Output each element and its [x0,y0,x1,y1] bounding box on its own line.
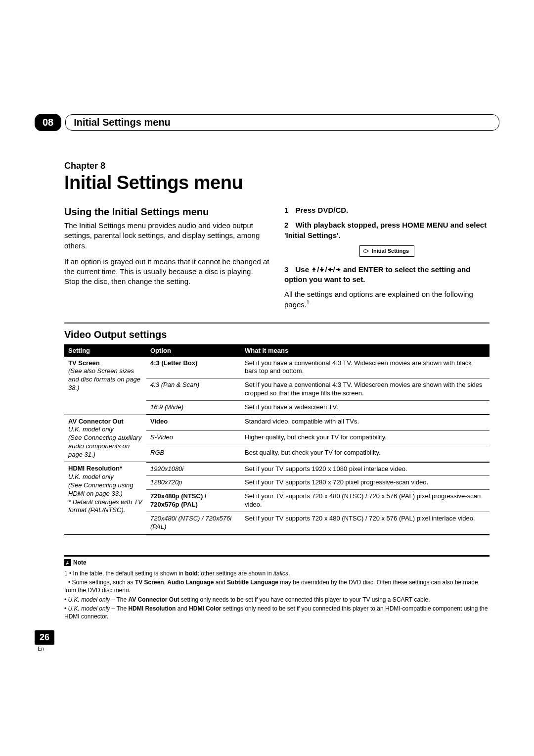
meaning-cell: Best quality, but check your TV for comp… [241,446,490,462]
arrow-up-icon [311,265,317,274]
option-cell: S-Video [146,430,241,446]
pointer-icon [363,248,370,254]
table-row: HDMI Resolution*U.K. model only(See Conn… [64,462,490,476]
note-3: • U.K. model only – The AV Connector Out… [64,596,490,604]
option-cell: Video [146,415,241,430]
chapter-header: 08 Initial Settings menu [35,114,499,131]
option-cell: 720x480p (NTSC) / 720x576p (PAL) [146,490,241,512]
page-number: 26 [35,630,54,645]
setting-cell: AV Connector OutU.K. model only(See Conn… [64,415,146,462]
option-cell: 4:3 (Pan & Scan) [146,378,241,401]
arrow-right-icon [335,265,341,274]
step-3-prefix: Use [296,265,312,274]
meaning-cell: Higher quality, but check your TV for co… [241,430,490,446]
th-setting: Setting [64,344,146,357]
meaning-cell: Set if you have a widescreen TV. [241,401,490,415]
option-cell: RGB [146,446,241,462]
setting-cell: TV Screen(See also Screen sizes and disc… [64,357,146,415]
setting-cell: HDMI Resolution*U.K. model only(See Conn… [64,462,146,535]
menu-box-label: Initial Settings [372,247,409,255]
page-language: En [38,646,499,652]
step-2: 2 With playback stopped, press HOME MENU… [284,220,490,240]
table-row: AV Connector OutU.K. model only(See Conn… [64,415,490,430]
table-row: TV Screen(See also Screen sizes and disc… [64,357,490,378]
step-3-num: 3 [284,265,288,274]
arrow-down-icon [319,265,325,274]
footnote-marker: 1 [307,300,310,305]
step-1: 1 Press DVD/CD. [284,205,490,215]
th-option: Option [146,344,241,357]
option-cell: 1280x720p [146,476,241,490]
step-1-num: 1 [284,206,288,214]
meaning-cell: Standard video, compatible with all TVs. [241,415,490,430]
section-heading-using: Using the Initial Settings menu [64,205,269,219]
initial-settings-menu-box: Initial Settings [359,245,414,257]
note-icon [64,559,71,566]
note-header: Note [64,559,87,567]
chapter-number-tab: 08 [35,114,61,131]
option-cell: 720x480i (NTSC) / 720x576i (PAL) [146,512,241,535]
option-cell: 1920x1080i [146,462,241,476]
note-2: • Some settings, such as TV Screen, Audi… [64,578,490,594]
note-4: • U.K. model only – The HDMI Resolution … [64,605,490,620]
step-2-num: 2 [284,221,288,229]
step-2-text: With playback stopped, press HOME MENU a… [284,221,487,239]
meaning-cell: Set if your TV supports 1280 x 720 pixel… [241,476,490,490]
meaning-cell: Set if your TV supports 720 x 480 (NTSC)… [241,512,490,535]
th-meaning: What it means [241,344,490,357]
intro-para-2: If an option is grayed out it means that… [64,257,269,287]
option-cell: 4:3 (Letter Box) [146,357,241,378]
option-cell: 16:9 (Wide) [146,401,241,415]
chapter-title: Initial Settings menu [64,172,490,193]
video-output-table: Setting Option What it means TV Screen(S… [64,344,490,535]
note-label: Note [73,559,87,567]
arrow-left-icon [327,265,333,274]
chapter-bar-title: Initial Settings menu [65,114,499,131]
intro-para-1: The Initial Settings menu provides audio… [64,221,269,251]
meaning-cell: Set if your TV supports 1920 x 1080 pixe… [241,462,490,476]
meaning-cell: Set if you have a conventional 4:3 TV. W… [241,357,490,378]
section-divider [64,322,490,324]
video-output-heading: Video Output settings [64,329,490,340]
note-1: 1 • In the table, the default setting is… [64,569,490,577]
step-1-text: Press DVD/CD. [296,206,349,214]
meaning-cell: Set if your TV supports 720 x 480 (NTSC)… [241,490,490,512]
chapter-label: Chapter 8 [64,161,490,171]
step-3: 3 Use /// and ENTER to select the settin… [284,265,490,285]
step-3-desc: All the settings and options are explain… [284,289,490,310]
meaning-cell: Set if you have a conventional 4:3 TV. W… [241,378,490,401]
